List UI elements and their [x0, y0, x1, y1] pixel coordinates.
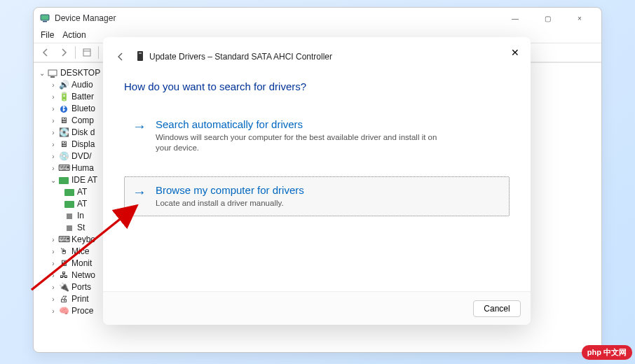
chevron-right-icon: ›	[49, 115, 57, 127]
close-button[interactable]: ×	[564, 8, 596, 29]
maximize-button[interactable]: ▢	[531, 8, 564, 29]
svg-rect-12	[64, 201, 74, 208]
svg-rect-1	[43, 21, 47, 22]
device-manager-icon	[39, 13, 50, 24]
svg-rect-14	[67, 225, 72, 231]
svg-rect-7	[48, 70, 57, 76]
dialog-body: How do you want to search for drivers? →…	[103, 76, 531, 291]
chevron-right-icon: ›	[49, 91, 57, 103]
option-title: Browse my computer for drivers	[156, 184, 304, 197]
port-icon: 🔌	[58, 282, 69, 293]
ide-icon	[58, 175, 69, 186]
network-icon: 🖧	[58, 270, 69, 281]
titlebar: Device Manager — ▢ ×	[34, 8, 601, 29]
svg-rect-11	[64, 189, 74, 196]
window-title: Device Manager	[55, 13, 116, 23]
chevron-right-icon: ›	[49, 79, 57, 91]
chip-icon	[64, 211, 75, 222]
chevron-right-icon: ›	[49, 127, 57, 139]
chevron-right-icon: ›	[49, 234, 57, 246]
chevron-right-icon: ›	[49, 162, 57, 174]
display-icon: 🖥	[58, 139, 69, 150]
mouse-icon: 🖱	[58, 246, 69, 258]
option-subtitle: Locate and install a driver manually.	[156, 198, 304, 209]
show-tree-button[interactable]	[78, 45, 95, 60]
card-icon	[64, 199, 75, 210]
menu-action[interactable]: Action	[62, 30, 86, 40]
option-search-automatically[interactable]: → Search automatically for drivers Windo…	[124, 111, 510, 161]
menu-file[interactable]: File	[41, 30, 54, 40]
cpu-icon: 🧠	[58, 306, 69, 317]
keyboard-icon: ⌨	[58, 234, 69, 246]
back-button[interactable]	[110, 46, 131, 67]
svg-rect-16	[139, 52, 142, 54]
monitor-icon: 🖥	[58, 258, 69, 270]
arrow-right-icon: →	[132, 186, 147, 198]
cancel-button[interactable]: Cancel	[473, 300, 521, 317]
watermark-badge: php 中文网	[582, 345, 632, 360]
svg-rect-13	[67, 214, 72, 219]
dvd-icon: 💿	[58, 151, 69, 162]
speaker-icon: 🔊	[58, 80, 69, 91]
chevron-right-icon: ›	[49, 246, 57, 258]
svg-rect-8	[50, 76, 55, 78]
chevron-down-icon[interactable]: ⌄	[38, 67, 46, 79]
chevron-right-icon: ›	[49, 305, 57, 317]
option-subtitle: Windows will search your computer for th…	[156, 132, 450, 153]
svg-rect-2	[83, 49, 90, 56]
svg-rect-0	[41, 15, 49, 20]
dialog-title: Update Drivers – Standard SATA AHCI Cont…	[135, 50, 332, 64]
disk-icon: 💽	[58, 127, 69, 139]
svg-rect-10	[59, 177, 69, 184]
chevron-right-icon: ›	[49, 258, 57, 270]
computer-icon	[47, 68, 58, 79]
chip-icon	[64, 223, 75, 234]
printer-icon: 🖨	[58, 294, 69, 305]
bluetooth-icon	[58, 104, 69, 115]
chevron-down-icon: ⌄	[49, 174, 57, 186]
dialog-question: How do you want to search for drivers?	[124, 80, 510, 92]
chevron-right-icon: ›	[49, 139, 57, 150]
chevron-right-icon: ›	[49, 281, 57, 293]
arrow-right-icon: →	[132, 120, 147, 132]
window-system-buttons: — ▢ ×	[499, 8, 596, 29]
close-icon[interactable]: ✕	[508, 46, 522, 59]
dialog-header: Update Drivers – Standard SATA AHCI Cont…	[103, 37, 531, 76]
update-drivers-dialog: Update Drivers – Standard SATA AHCI Cont…	[103, 37, 531, 325]
chevron-right-icon: ›	[49, 103, 57, 115]
drive-icon	[135, 50, 145, 64]
option-title: Search automatically for drivers	[156, 118, 450, 131]
forward-button[interactable]	[55, 45, 72, 60]
back-button[interactable]	[37, 45, 54, 60]
battery-icon: 🔋	[58, 92, 69, 103]
monitor-icon: 🖥	[58, 115, 69, 127]
chevron-right-icon: ›	[49, 150, 57, 162]
chevron-right-icon: ›	[49, 293, 57, 305]
chevron-right-icon: ›	[49, 270, 57, 281]
dialog-footer: Cancel	[103, 291, 531, 325]
option-browse-computer[interactable]: → Browse my computer for drivers Locate …	[124, 176, 510, 216]
hid-icon: ⌨	[58, 163, 69, 174]
card-icon	[64, 187, 75, 198]
minimize-button[interactable]: —	[499, 8, 531, 29]
